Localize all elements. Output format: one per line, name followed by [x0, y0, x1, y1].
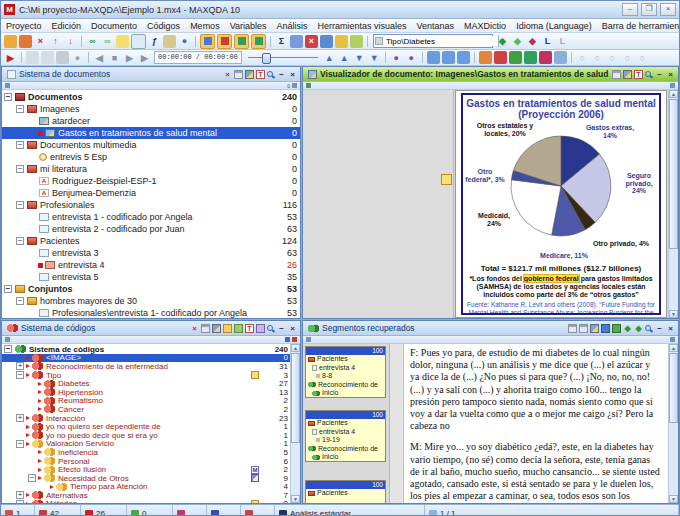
teamwork-export-icon[interactable]: ↑: [49, 35, 62, 48]
toggle-document-system-icon[interactable]: [200, 34, 215, 49]
close-project-icon[interactable]: ×: [34, 35, 47, 48]
doc-row-entrevista-2-codificado-por-juan[interactable]: entrevista 2 - codificado por Juan63: [2, 223, 300, 235]
zoom-out-icon[interactable]: ●: [390, 51, 403, 64]
status-cell-analysis-function-icon[interactable]: Análisis estándar: [275, 505, 425, 516]
code-combo[interactable]: ▼: [373, 34, 493, 48]
image-document-page[interactable]: Gastos en tratamientos de salud mental (…: [455, 90, 667, 318]
expand-toggle-icon[interactable]: −: [16, 440, 24, 448]
minimize-panel-icon[interactable]: −: [277, 324, 286, 333]
status-cell-activated-documents-icon[interactable]: 26: [81, 505, 127, 516]
subbar-view-icon[interactable]: [285, 337, 290, 342]
media-forward-icon[interactable]: ▶: [138, 51, 151, 64]
paste-icon[interactable]: [56, 51, 69, 64]
teamwork-import-icon[interactable]: ↓: [64, 35, 77, 48]
expand-toggle-icon[interactable]: −: [4, 93, 12, 101]
expand-toggle-icon[interactable]: −: [16, 165, 24, 173]
underline-gray-icon[interactable]: L: [556, 35, 569, 48]
segment-info-box[interactable]: 100Pacientes: [305, 480, 386, 503]
restore-window-button[interactable]: ❐: [641, 3, 657, 16]
expand-toggle-icon[interactable]: +: [16, 414, 24, 422]
segments-scroll-thumb[interactable]: [669, 353, 678, 423]
combo-value-input[interactable]: [384, 36, 498, 46]
media-stop-icon[interactable]: ■: [108, 51, 121, 64]
autofit-icon[interactable]: ◆: [634, 324, 643, 333]
toggle-code-system-icon[interactable]: [217, 34, 232, 49]
document-portrait-icon[interactable]: [509, 51, 522, 64]
toggle-retrieved-segments-icon[interactable]: [251, 34, 266, 49]
segment-info-box[interactable]: 100Pacientesentrevista 48-8Reconocimient…: [305, 346, 386, 398]
menu-analisis[interactable]: Análisis: [272, 21, 313, 31]
doc-row-conjuntos[interactable]: −Conjuntos53: [2, 283, 300, 295]
toggle-document-browser-icon[interactable]: [234, 34, 249, 49]
slider-handle[interactable]: [262, 53, 271, 64]
code-row-sistema-de-codigos[interactable]: −Sistema de códigos240: [2, 345, 291, 354]
timer-icon[interactable]: ●: [71, 51, 84, 64]
menu-proyecto[interactable]: Proyecto: [1, 21, 47, 31]
menu-variables[interactable]: Variables: [225, 21, 272, 31]
print-icon[interactable]: [234, 70, 243, 79]
minimize-window-button[interactable]: ‒: [622, 3, 638, 16]
code-row-interaccion[interactable]: +Interacción23: [2, 414, 291, 423]
expand-toggle-icon[interactable]: −: [16, 371, 24, 379]
search-toolbar-icon[interactable]: ●: [178, 35, 191, 48]
document-comparison-icon[interactable]: [494, 51, 507, 64]
edit-flag-icon[interactable]: ▶: [4, 51, 17, 64]
overview-grid3-icon[interactable]: [457, 51, 470, 64]
code-row-ineficiencia[interactable]: Ineficiencia5: [2, 448, 291, 457]
picture-tool-icon[interactable]: [554, 51, 567, 64]
scroll-down-arrow-icon[interactable]: ▼: [669, 495, 678, 503]
disabled-tool1-icon[interactable]: ○: [576, 51, 589, 64]
doc-row-profesionales[interactable]: −Profesionales116: [2, 199, 300, 211]
close-window-button[interactable]: ×: [660, 3, 676, 16]
activation-red-icon[interactable]: ◆: [526, 35, 539, 48]
code-row-tiempo-para-atencion[interactable]: Tiempo para Atención4: [2, 483, 291, 492]
disabled-tool5-icon[interactable]: ○: [636, 51, 649, 64]
viewer-scroll-thumb[interactable]: [669, 99, 678, 249]
doc-row-mi-literatura[interactable]: −mi literatura0: [2, 163, 300, 175]
media-slider[interactable]: [248, 52, 318, 63]
import-project-icon[interactable]: [19, 35, 32, 48]
doc-row-documentos-multimedia[interactable]: −Documentos multimedia0: [2, 139, 300, 151]
activate-icon[interactable]: ◆: [623, 324, 632, 333]
status-cell-retrieval-mode2-icon[interactable]: [207, 505, 241, 516]
media-rewind-icon[interactable]: ◀: [93, 51, 106, 64]
memo-icon[interactable]: [251, 371, 259, 379]
segment-info-box[interactable]: 100Pacientesentrevista 419-19Reconocimie…: [305, 410, 386, 462]
crosstab-icon[interactable]: [539, 51, 552, 64]
doc-row-entrevista-4[interactable]: entrevista 426: [2, 259, 300, 271]
code-scroll-thumb[interactable]: [291, 353, 300, 443]
doc-row-entrevis-5-esp[interactable]: entrevis 5 Esp0: [2, 151, 300, 163]
menu-maxdictio[interactable]: MAXDictio: [459, 21, 511, 31]
reset-activations-icon[interactable]: ×: [223, 70, 232, 79]
memo-icon[interactable]: [251, 500, 259, 503]
minimize-panel-icon[interactable]: −: [277, 70, 286, 79]
overview-grid1-icon[interactable]: [427, 51, 440, 64]
menu-barra-de-herramientas[interactable]: Barra de herramientas: [597, 21, 680, 31]
search-icon[interactable]: [645, 71, 651, 77]
activate-codes-icon[interactable]: [320, 35, 333, 48]
export-image-icon[interactable]: [623, 70, 632, 79]
disabled-tool3-icon[interactable]: ○: [606, 51, 619, 64]
codes-chart-icon[interactable]: [524, 51, 537, 64]
scroll-up-arrow-icon[interactable]: ▲: [669, 90, 678, 98]
code-row-personal[interactable]: Personal6: [2, 457, 291, 466]
disabled-tool2-icon[interactable]: ○: [591, 51, 604, 64]
reset-activations-toolbar-icon[interactable]: ×: [305, 35, 318, 48]
logbook-icon[interactable]: [163, 35, 176, 48]
retrieved-segments-header[interactable]: Segmentos recuperados ◆◆−×: [303, 321, 678, 336]
memo-manager-icon[interactable]: [116, 35, 129, 48]
memo-icon[interactable]: M: [251, 466, 259, 474]
scroll-up-icon[interactable]: ▲: [338, 51, 351, 64]
segments-scrollbar[interactable]: ▲ ▼: [668, 344, 678, 503]
coding-margin[interactable]: [303, 90, 454, 318]
scroll-down-arrow-icon[interactable]: ▼: [291, 495, 300, 503]
subbar-sort-icon[interactable]: [670, 337, 675, 342]
menu-idioma-language[interactable]: Idioma (Language): [511, 21, 597, 31]
doc-row-atardecer[interactable]: atardecer0: [2, 115, 300, 127]
scroll-down-arrow-icon[interactable]: ▼: [669, 310, 678, 318]
code-system-header[interactable]: Sistema de códigos ×T−×: [2, 321, 300, 336]
subbar-sort-icon[interactable]: [292, 83, 297, 88]
export-image-icon[interactable]: [590, 324, 599, 333]
menu-memos[interactable]: Memos: [185, 21, 225, 31]
doc-row-rodriguez-beispiel-esp-1[interactable]: ARodriguez-Beispiel-ESP-10: [2, 175, 300, 187]
